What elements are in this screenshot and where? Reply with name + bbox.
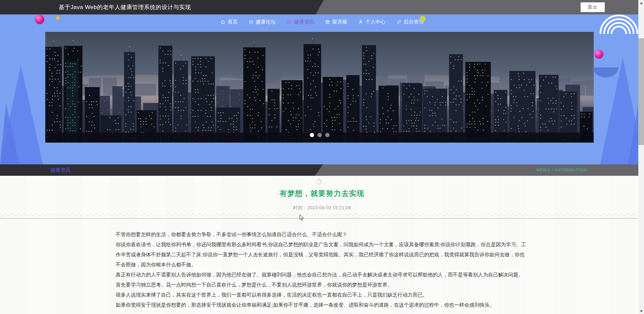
nav-item-label: 个人中心 [366, 19, 386, 25]
nav-item-forum[interactable]: 健康论坛 [249, 19, 276, 25]
article-body: 不管你想要怎样的生活，你都要去努力争取，不多尝试一些事情怎么知道自己适合什么、不… [116, 229, 529, 310]
section-banner: 健康资讯 NEWS / INFORMATION [0, 164, 644, 176]
triangle-down-icon [640, 310, 643, 312]
nav-item-board[interactable]: 留言板 [325, 19, 347, 25]
scrollbar-down-button[interactable] [638, 308, 644, 314]
link-icon [396, 19, 401, 24]
carousel-dot-3[interactable] [325, 133, 329, 137]
section-banner-title: 健康资讯 [50, 164, 70, 176]
nav-item-label: 健康资讯 [294, 19, 314, 25]
nav-item-home[interactable]: 首页 [220, 19, 238, 25]
scrollbar-thumb[interactable] [638, 38, 644, 145]
main-nav: 首页健康论坛健康资讯留言板个人中心后台管理 [0, 14, 644, 30]
logout-button[interactable]: 退出 [581, 2, 605, 12]
nav-item-label: 留言板 [332, 19, 347, 25]
pink-ball-right-decoration [594, 50, 603, 59]
forum-icon [249, 19, 254, 24]
scrollbar-up-button[interactable] [638, 0, 644, 6]
triangle-up-icon [640, 2, 643, 4]
article-paragraph: 真正有行动力的人不需要别人告诉他如何做，因为他已经在做了。就算碰到问题，他也会自… [116, 270, 529, 280]
article-paragraph: 很多人说现实束缚了自己，其实在这个世界上，我们一直都可以有很多选择，生活的决定权… [116, 290, 529, 300]
section-banner-subtitle: NEWS / INFORMATION [536, 164, 587, 176]
board-icon [325, 19, 330, 24]
zigzag-divider-decoration [0, 213, 644, 217]
article-paragraph: 你说你喜欢读书，让我给你列书单，你还问我哪里有那么多时间看书;你说自己梦想的职业… [116, 240, 529, 270]
mouse-cursor-icon [300, 214, 304, 221]
top-bar: 基于Java Web的老年人健康管理系统的设计与实现 退出 [0, 0, 644, 14]
carousel[interactable] [45, 32, 594, 143]
page-title: 基于Java Web的老年人健康管理系统的设计与实现 [59, 0, 191, 14]
loading-spinner-icon [314, 177, 323, 186]
article-paragraph: 不管你想要怎样的生活，你都要去努力争取，不多尝试一些事情怎么知道自己适合什么、不… [116, 229, 529, 240]
article-time: 时间：2023-04-03 15:21:09 [0, 205, 644, 211]
nav-item-label: 首页 [228, 19, 238, 25]
home-icon [220, 19, 225, 24]
carousel-slide-image [45, 32, 594, 143]
carousel-dot-2[interactable] [317, 133, 322, 137]
nav-item-profile[interactable]: 个人中心 [358, 19, 386, 25]
news-icon [287, 19, 292, 24]
article-paragraph: 如果你觉得安于现状是你想要的，那选择安于现状就会让你幸福和满足;如果你不甘平庸，… [116, 300, 529, 310]
hero-section: 首页健康论坛健康资讯留言板个人中心后台管理 [0, 14, 644, 164]
article-title: 有梦想，就要努力去实现 [0, 189, 644, 199]
screen: 首页健康论坛健康资讯留言板个人中心后台管理 健康资讯 NEWS / INFORM… [0, 0, 644, 314]
article-paragraph: 首先要学习独立思考。花一点时间想一下自己喜欢什么，梦想是什么，不要别人说想环游世… [116, 280, 529, 290]
nav-item-news[interactable]: 健康资讯 [287, 19, 314, 25]
dotted-divider [0, 218, 644, 219]
green-dot-decoration [420, 16, 426, 22]
carousel-dot-1[interactable] [310, 133, 314, 137]
nav-item-label: 健康论坛 [256, 19, 276, 25]
scrollbar[interactable] [638, 0, 644, 314]
user-icon [358, 19, 363, 24]
carousel-dots [310, 133, 329, 137]
